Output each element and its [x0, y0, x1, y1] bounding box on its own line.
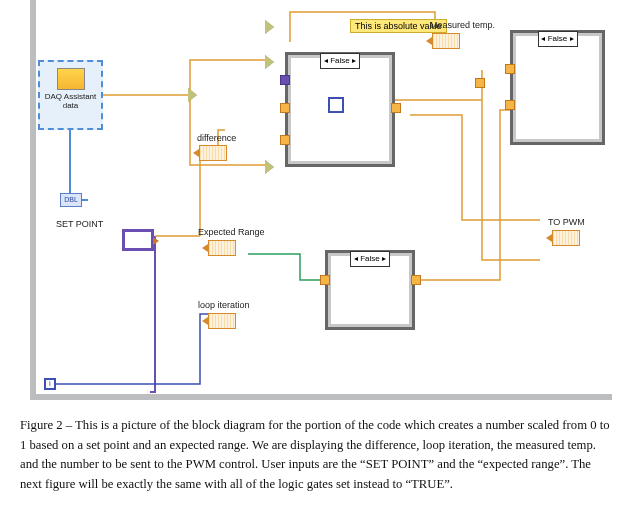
primitive-a: [265, 20, 274, 34]
primitive-b: [265, 55, 274, 69]
label-expected-range: Expected Range: [198, 227, 265, 237]
figure-caption: Figure 2 – This is a picture of the bloc…: [20, 416, 610, 495]
constant-node: [475, 78, 485, 88]
indicator-difference: [199, 145, 227, 161]
case-1-inner-node: [328, 97, 344, 113]
tunnel: [320, 275, 330, 285]
primitive-c: [265, 160, 274, 174]
tunnel: [280, 135, 290, 145]
daq-assistant-icon: [57, 68, 85, 90]
tunnel: [411, 275, 421, 285]
case-3-selector[interactable]: ◂ False ▸: [537, 31, 577, 47]
indicator-measured-temp: [432, 33, 460, 49]
to-dbl-converter: DBL: [60, 193, 82, 207]
loop-index-terminal: i: [44, 378, 56, 390]
control-set-point[interactable]: [122, 229, 154, 251]
daq-assistant-node[interactable]: DAQ Assistantdata: [38, 60, 103, 130]
indicator-loop-iteration: [208, 313, 236, 329]
label-measured-temp: Measured temp.: [430, 20, 495, 30]
case-structure-2[interactable]: ◂ False ▸: [325, 250, 415, 330]
tunnel-boolean: [280, 75, 290, 85]
label-loop-iteration: loop iteration: [198, 300, 250, 310]
tunnel: [391, 103, 401, 113]
label-to-pwm: TO PWM: [548, 217, 585, 227]
tunnel: [505, 100, 515, 110]
indicator-to-pwm: [552, 230, 580, 246]
case-1-selector[interactable]: ◂ False ▸: [320, 53, 360, 69]
labview-block-diagram: i DAQ Assistantdata DBL This is absolute…: [0, 0, 630, 410]
tunnel: [505, 64, 515, 74]
case-2-selector[interactable]: ◂ False ▸: [350, 251, 390, 267]
label-set-point: SET POINT: [56, 219, 103, 229]
case-structure-3[interactable]: ◂ False ▸: [510, 30, 605, 145]
label-difference: difference: [197, 133, 236, 143]
case-structure-1[interactable]: ◂ False ▸: [285, 52, 395, 167]
control-expected-range[interactable]: [208, 240, 236, 256]
daq-assistant-label: DAQ Assistantdata: [40, 92, 101, 110]
subtract-primitive: [188, 88, 197, 102]
tunnel: [280, 103, 290, 113]
